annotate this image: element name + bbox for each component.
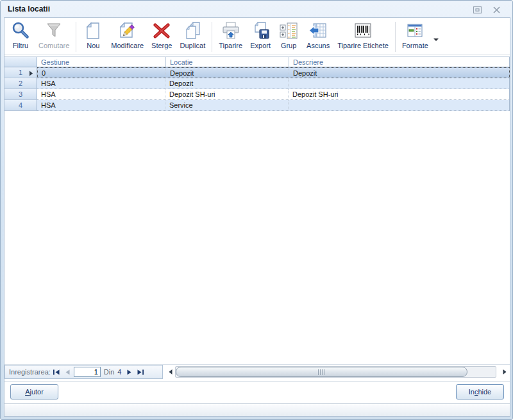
row-number-cell[interactable]: 3 (4, 89, 37, 100)
cell-gestiune: HSA (37, 89, 165, 99)
toolbar-label: Filtru (13, 42, 28, 49)
toolbar-label: Duplicat (180, 42, 205, 49)
table-row[interactable]: 2 HSA Depozit (4, 78, 510, 89)
first-record-icon[interactable] (53, 369, 60, 375)
close-button-label: Inchide (469, 388, 491, 396)
table-row[interactable]: 3 HSA Depozit SH-uri Depozit SH-uri (4, 89, 510, 100)
cell-locatie: Depozit (166, 68, 289, 78)
toolbar-button-export[interactable]: Export (246, 19, 274, 55)
edit-document-icon (117, 21, 138, 41)
hide-column-icon (308, 21, 328, 41)
record-navigator-bar: Inregistrarea: Din 4 (4, 365, 510, 379)
cell-gestiune: 0 (38, 68, 166, 78)
toolbar-label: Export (250, 42, 271, 49)
cell-locatie: Depozit SH-uri (165, 89, 289, 99)
toolbar-button-grup[interactable]: Grup (274, 19, 303, 55)
toolbar-button-comutare[interactable]: Comutare (35, 19, 73, 55)
duplicate-pages-icon (182, 21, 203, 41)
scroll-right-icon[interactable] (500, 366, 509, 378)
export-save-icon (250, 21, 271, 41)
column-header-descriere[interactable]: Descriere (289, 57, 510, 67)
previous-record-icon[interactable] (64, 369, 71, 375)
toolbar-button-filtru[interactable]: Filtru (6, 19, 35, 55)
dialog-window: Lista locatii Filtru Comutare (0, 0, 513, 420)
grid-header-row: Gestiune Locatie Descriere (4, 56, 510, 67)
record-of-label: Din (104, 368, 115, 376)
toolbar-label: Sterge (151, 42, 172, 49)
locations-grid: Gestiune Locatie Descriere 1 0 Depozit D… (4, 56, 510, 111)
scroll-left-icon[interactable] (166, 366, 175, 378)
toolbar-separator (395, 22, 396, 52)
toolbar-label: Grup (281, 42, 296, 49)
cell-gestiune: HSA (37, 78, 165, 88)
column-header-locatie[interactable]: Locatie (165, 57, 289, 67)
printer-icon (221, 21, 241, 41)
current-row-arrow-icon (29, 70, 33, 78)
cell-descriere (289, 100, 509, 110)
toolbar-button-nou[interactable]: Nou (79, 19, 107, 55)
restore-icon[interactable] (471, 6, 483, 14)
cell-locatie: Depozit (165, 78, 289, 88)
toolbar-button-ascuns[interactable]: Ascuns (303, 19, 333, 55)
formate-dropdown-arrow-icon[interactable] (433, 38, 439, 41)
filter-magnifier-icon (10, 21, 31, 41)
horizontal-scrollbar (166, 365, 509, 379)
toolbar: Filtru Comutare Nou Modificare (4, 18, 510, 55)
formats-icon (405, 21, 425, 41)
window-title: Lista locatii (8, 4, 50, 13)
cell-gestiune: HSA (37, 100, 165, 110)
barcode-icon (353, 21, 373, 41)
row-number-cell[interactable]: 2 (4, 78, 37, 89)
close-button[interactable]: Inchide (456, 384, 504, 399)
help-button-label: Ajutor (25, 388, 44, 396)
row-number: 2 (19, 80, 22, 87)
next-record-icon[interactable] (126, 369, 133, 375)
record-number-input[interactable] (74, 367, 101, 377)
toolbar-button-duplicat[interactable]: Duplicat (176, 19, 209, 55)
funnel-icon (44, 21, 64, 41)
table-row[interactable]: 4 HSA Service (4, 100, 510, 111)
cell-descriere: Depozit (289, 68, 509, 78)
toolbar-button-formate[interactable]: Formate (398, 19, 432, 55)
row-header-corner (4, 57, 37, 67)
cell-descriere (289, 78, 509, 88)
row-number-cell[interactable]: 1 (4, 67, 37, 78)
cell-locatie: Service (165, 100, 289, 110)
scrollbar-track[interactable] (175, 366, 496, 378)
table-row[interactable]: 1 0 Depozit Depozit (4, 67, 510, 78)
toolbar-button-tiparire[interactable]: Tiparire (215, 19, 246, 55)
toolbar-label: Formate (402, 42, 428, 49)
toolbar-label: Ascuns (307, 42, 330, 49)
row-number: 3 (19, 90, 22, 98)
toolbar-label: Nou (87, 42, 99, 49)
column-header-gestiune[interactable]: Gestiune (37, 57, 165, 67)
toolbar-separator (76, 22, 76, 52)
record-total: 4 (117, 368, 121, 376)
toolbar-button-sterge[interactable]: Sterge (147, 19, 176, 55)
delete-x-icon (151, 21, 172, 41)
toolbar-label: Modificare (111, 42, 144, 49)
help-button[interactable]: Ajutor (10, 384, 58, 399)
toolbar-separator (212, 22, 212, 52)
dialog-content: Filtru Comutare Nou Modificare (4, 17, 510, 417)
close-icon[interactable] (491, 6, 502, 14)
last-record-icon[interactable] (137, 369, 144, 375)
title-bar: Lista locatii (1, 1, 512, 17)
toolbar-button-modificare[interactable]: Modificare (107, 19, 147, 55)
footer-divider (4, 381, 510, 382)
record-nav-label: Inregistrarea: (9, 368, 51, 376)
status-bar (4, 403, 510, 416)
toolbar-label: Tiparire Etichete (337, 42, 389, 49)
toolbar-label: Tiparire (219, 42, 242, 49)
group-list-icon (278, 21, 299, 41)
toolbar-button-tiparire-etichete[interactable]: Tiparire Etichete (333, 19, 392, 55)
new-document-icon (83, 21, 103, 41)
scrollbar-thumb[interactable] (176, 367, 467, 377)
row-number: 1 (19, 69, 22, 76)
row-number: 4 (19, 101, 22, 109)
record-navigator: Inregistrarea: Din 4 (4, 365, 163, 379)
cell-descriere: Depozit SH-uri (289, 89, 509, 99)
toolbar-label: Comutare (38, 42, 69, 49)
scrollbar-grip (318, 369, 325, 375)
row-number-cell[interactable]: 4 (4, 100, 37, 111)
